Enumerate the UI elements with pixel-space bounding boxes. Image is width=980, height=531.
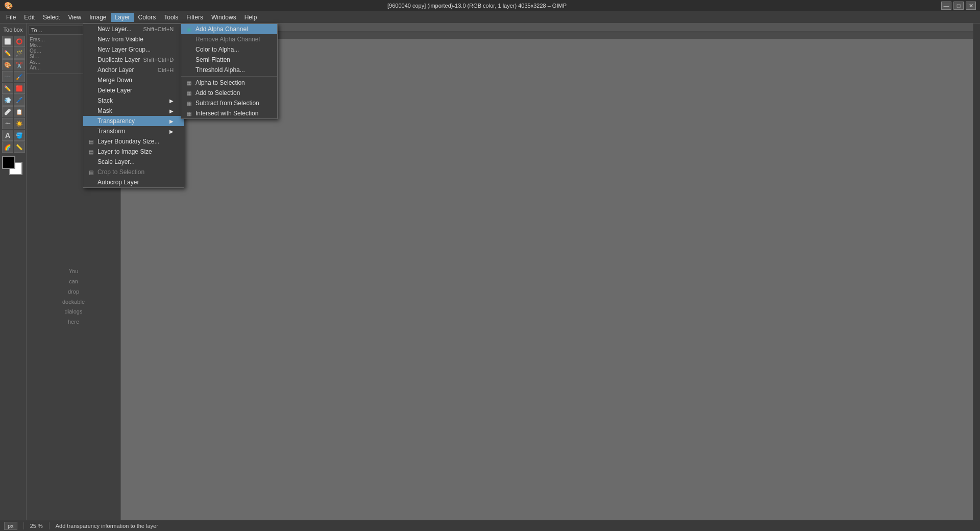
- status-message: Add transparency information to the laye…: [56, 523, 158, 529]
- trans-menu-item-add-alpha-channel[interactable]: ▣Add Alpha Channel: [181, 24, 277, 34]
- transparency-submenu: ▣Add Alpha ChannelRemove Alpha ChannelCo…: [181, 23, 278, 119]
- menu-item-label-transparency: Transparency: [97, 117, 135, 125]
- submenu-item-icon-subtract-from-selection: ▦: [185, 100, 192, 107]
- color-swatches: [2, 156, 22, 175]
- submenu-item-label-intersect-with-selection: Intersect with Selection: [195, 110, 258, 117]
- titlebar-title: [9600040 copy] (imported)-13.0 (RGB colo…: [387, 3, 567, 9]
- tool-grid: ⬜ ⭕ ✏️ 🪄 🎨 ✂️ 〰️ 🖌️ ✏️ 🟥 💨 🖊️ 🩹 📋 〜 ☀️ A: [2, 36, 24, 153]
- tool-text[interactable]: A: [2, 130, 13, 141]
- menu-item-label-new-layer: New Layer...: [97, 26, 132, 33]
- menu-item-image[interactable]: Image: [85, 13, 110, 22]
- trans-menu-item-semi-flatten[interactable]: Semi-Flatten: [181, 55, 277, 65]
- menu-item-windows[interactable]: Windows: [207, 13, 240, 22]
- menu-item-arrow-transparency: ▶: [169, 118, 174, 124]
- menu-item-label-delete-layer: Delete Layer: [97, 87, 132, 94]
- menu-item-label-new-layer-group: New Layer Group...: [97, 46, 151, 53]
- trans-menu-item-alpha-to-selection[interactable]: ▦Alpha to Selection: [181, 78, 277, 88]
- titlebar: 🎨 [9600040 copy] (imported)-13.0 (RGB co…: [0, 0, 980, 11]
- tool-blend[interactable]: 🌈: [2, 141, 13, 153]
- menu-item-arrow-transform: ▶: [169, 129, 174, 134]
- submenu-item-label-threshold-alpha: Threshold Alpha...: [195, 66, 245, 74]
- layer-menu-item-layer-to-image-size[interactable]: ▤Layer to Image Size: [83, 147, 184, 157]
- close-button[interactable]: ✕: [966, 2, 976, 10]
- menu-item-edit[interactable]: Edit: [20, 13, 39, 22]
- submenu-item-label-semi-flatten: Semi-Flatten: [195, 56, 230, 63]
- trans-menu-item-remove-alpha-channel: Remove Alpha Channel: [181, 34, 277, 44]
- submenu-separator: [181, 76, 277, 77]
- menu-item-select[interactable]: Select: [39, 13, 64, 22]
- tool-measure[interactable]: 📏: [14, 141, 25, 153]
- tool-scissors[interactable]: ✂️: [14, 59, 25, 70]
- status-sep-2: [49, 522, 50, 529]
- tool-free-select[interactable]: ✏️: [2, 47, 13, 59]
- layer-menu-item-merge-down[interactable]: Merge Down: [83, 75, 184, 85]
- tool-by-color[interactable]: 🎨: [2, 59, 13, 70]
- menu-item-view[interactable]: View: [64, 13, 85, 22]
- tool-dodge-burn[interactable]: ☀️: [14, 118, 25, 129]
- dockable-text-you: You: [69, 267, 79, 277]
- layer-menu-item-duplicate-layer[interactable]: Duplicate LayerShift+Ctrl+D: [83, 55, 184, 65]
- tool-eraser[interactable]: 🟥: [14, 83, 25, 94]
- menu-item-icon-layer-boundary-size: ▤: [87, 138, 94, 145]
- dockable-text-can: can: [69, 277, 78, 287]
- submenu-item-icon-alpha-to-selection: ▦: [185, 79, 192, 86]
- zoom-level: 25 %: [30, 523, 43, 529]
- menu-item-label-layer-boundary-size: Layer Boundary Size...: [97, 138, 159, 145]
- tool-bucket-fill[interactable]: 🪣: [14, 130, 25, 141]
- right-panel: [973, 23, 980, 520]
- tool-fuzzy-select[interactable]: 🪄: [14, 47, 25, 59]
- menu-item-label-transform: Transform: [97, 128, 125, 135]
- tool-ellipse-select[interactable]: ⭕: [14, 36, 25, 47]
- submenu-item-label-color-to-alpha: Color to Alpha...: [195, 46, 239, 53]
- layer-menu-item-transform[interactable]: Transform▶: [83, 126, 184, 136]
- layer-menu-item-delete-layer[interactable]: Delete Layer: [83, 85, 184, 95]
- tool-smudge[interactable]: 〜: [2, 118, 13, 129]
- menu-item-arrow-mask: ▶: [169, 108, 174, 114]
- layer-menu-item-autocrop-layer[interactable]: Autocrop Layer: [83, 177, 184, 187]
- trans-menu-item-add-to-selection[interactable]: ▦Add to Selection: [181, 88, 277, 98]
- menu-item-tools[interactable]: Tools: [160, 13, 182, 22]
- menu-item-label-crop-to-selection: Crop to Selection: [97, 168, 144, 176]
- tool-clone[interactable]: 📋: [14, 106, 25, 117]
- menu-item-label-layer-to-image-size: Layer to Image Size: [97, 148, 152, 155]
- trans-menu-item-threshold-alpha[interactable]: Threshold Alpha...: [181, 65, 277, 75]
- maximize-button[interactable]: □: [953, 2, 964, 10]
- dockable-text-dockable: dockable: [62, 297, 85, 307]
- menu-item-label-merge-down: Merge Down: [97, 77, 132, 84]
- trans-menu-item-subtract-from-selection[interactable]: ▦Subtract from Selection: [181, 98, 277, 108]
- menu-item-shortcut-new-layer: Shift+Ctrl+N: [143, 26, 174, 32]
- dockable-text-drop: drop: [68, 287, 79, 297]
- layer-menu-item-new-layer-group[interactable]: New Layer Group...: [83, 44, 184, 55]
- trans-menu-item-intersect-with-selection[interactable]: ▦Intersect with Selection: [181, 108, 277, 118]
- tool-paintbrush[interactable]: 🖌️: [14, 71, 25, 82]
- layer-menu-item-stack[interactable]: Stack▶: [83, 95, 184, 106]
- submenu-item-icon-intersect-with-selection: ▦: [185, 110, 192, 117]
- menu-item-label-anchor-layer: Anchor Layer: [97, 66, 134, 74]
- layer-menu-item-mask[interactable]: Mask▶: [83, 106, 184, 116]
- menu-item-label-duplicate-layer: Duplicate Layer: [97, 56, 140, 63]
- menu-item-layer[interactable]: Layer: [111, 13, 134, 22]
- unit-dropdown[interactable]: px: [4, 522, 17, 530]
- tool-paths[interactable]: 〰️: [2, 71, 13, 82]
- foreground-color[interactable]: [2, 156, 15, 169]
- layer-menu-item-new-layer[interactable]: New Layer...Shift+Ctrl+N: [83, 24, 184, 34]
- color-section: [2, 156, 24, 175]
- menu-item-filters[interactable]: Filters: [182, 13, 207, 22]
- layer-menu-item-scale-layer[interactable]: Scale Layer...: [83, 157, 184, 167]
- tool-rect-select[interactable]: ⬜: [2, 36, 13, 47]
- layer-menu-item-transparency[interactable]: Transparency▶: [83, 116, 184, 126]
- submenu-item-icon-add-to-selection: ▦: [185, 89, 192, 96]
- tool-airbrush[interactable]: 💨: [2, 94, 13, 106]
- trans-menu-item-color-to-alpha[interactable]: Color to Alpha...: [181, 44, 277, 55]
- minimize-button[interactable]: —: [941, 2, 951, 10]
- toolbox-title: Toolbox: [2, 26, 24, 35]
- menu-item-help[interactable]: Help: [240, 13, 261, 22]
- layer-menu-item-layer-boundary-size[interactable]: ▤Layer Boundary Size...: [83, 136, 184, 147]
- layer-menu-item-new-from-visible[interactable]: New from Visible: [83, 34, 184, 44]
- menu-item-colors[interactable]: Colors: [134, 13, 160, 22]
- tool-ink[interactable]: 🖊️: [14, 94, 25, 106]
- tool-heal[interactable]: 🩹: [2, 106, 13, 117]
- tool-pencil[interactable]: ✏️: [2, 83, 13, 94]
- menu-item-file[interactable]: File: [2, 13, 20, 22]
- layer-menu-item-anchor-layer[interactable]: Anchor LayerCtrl+H: [83, 65, 184, 75]
